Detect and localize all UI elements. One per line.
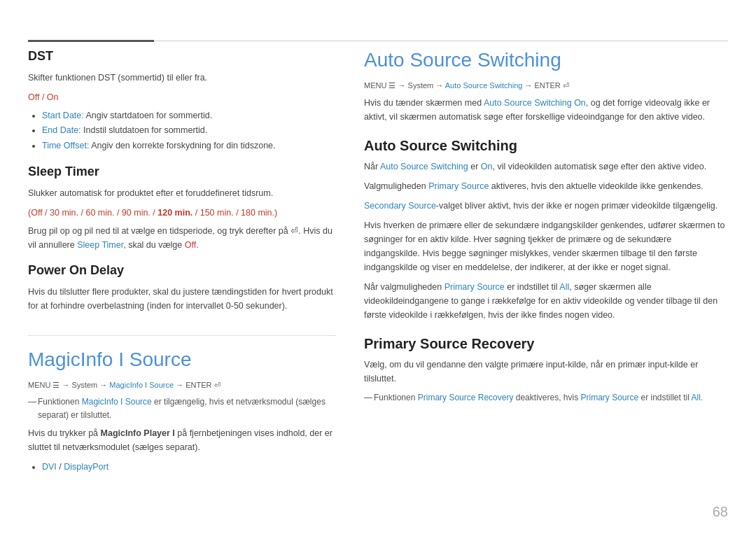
primary-source-link-2: Primary Source — [444, 282, 505, 292]
dst-end-date-text: Indstil slutdatoen for sommertid. — [81, 125, 208, 135]
left-column: DST Skifter funktionen DST (sommertid) t… — [28, 49, 336, 520]
right-menu-prefix: MENU ☰ → System → — [364, 81, 445, 90]
right-column: Auto Source Switching MENU ☰ → System → … — [364, 49, 728, 520]
primary-source-recovery-dash: Funktionen Primary Source Recovery deakt… — [364, 391, 728, 405]
dst-bullet-1: Start Date: Angiv startdatoen for sommer… — [42, 108, 336, 123]
top-bar-accent-line — [28, 40, 154, 42]
secondary-source-link: Secondary Source — [364, 201, 436, 211]
top-bar-divider-line — [154, 41, 728, 41]
magicinfo-big-title: MagicInfo I Source — [28, 349, 336, 371]
auto-source-p1: Når Auto Source Switching er On, vil vid… — [364, 160, 728, 174]
auto-source-p4: Hvis hverken de primære eller de sekundæ… — [364, 218, 728, 274]
auto-source-p3: Secondary Source-valget bliver aktivt, h… — [364, 199, 728, 213]
magicinfo-bullet-1: DVI / DisplayPort — [42, 460, 336, 475]
sleep-timer-section: Sleep Timer Slukker automatisk for produ… — [28, 164, 336, 252]
auto-source-p2: Valgmuligheden Primary Source aktiveres,… — [364, 179, 728, 193]
magicinfo-menu-path: MENU ☰ → System → MagicInfo I Source → E… — [28, 381, 336, 390]
dst-section: DST Skifter funktionen DST (sommertid) t… — [28, 49, 336, 153]
menu-path-prefix: MENU ☰ → System → — [28, 381, 109, 389]
magicinfo-section: MagicInfo I Source MENU ☰ → System → Mag… — [28, 335, 336, 475]
auto-source-menu-path: MENU ☰ → System → Auto Source Switching … — [364, 81, 728, 90]
auto-source-link-1: Auto Source Switching — [380, 162, 468, 171]
sleep-timer-body: Slukker automatisk for produktet efter e… — [28, 186, 336, 200]
dst-bullet-3: Time Offset: Angiv den korrekte forskydn… — [42, 139, 336, 153]
dst-body: Skifter funktionen DST (sommertid) til e… — [28, 71, 336, 85]
sleep-timer-title: Sleep Timer — [28, 164, 336, 179]
dvi-link: DVI — [42, 462, 57, 472]
top-bar — [0, 0, 756, 42]
primary-source-recovery-title: Primary Source Recovery — [364, 336, 728, 352]
dst-options: Off / On — [28, 92, 59, 102]
menu-path-suffix: → ENTER ⏎ — [174, 381, 220, 389]
primary-source-recovery-link: Primary Source Recovery — [418, 393, 514, 402]
power-on-delay-body: Hvis du tilslutter flere produkter, skal… — [28, 285, 336, 313]
all-link-2: All — [692, 393, 701, 402]
sleep-timer-off: Off — [185, 240, 196, 250]
primary-source-link-3: Primary Source — [580, 393, 638, 402]
dst-time-offset-text: Angiv den korrekte forskydning for din t… — [89, 141, 275, 150]
magicinfo-player-bold: MagicInfo Player I — [101, 428, 175, 438]
dst-time-offset-label: Time Offset: — [42, 141, 89, 150]
auto-source-switching-subsection: Auto Source Switching Når Auto Source Sw… — [364, 138, 728, 322]
power-on-delay-title: Power On Delay — [28, 263, 336, 278]
sleep-timer-link: Sleep Timer — [77, 240, 123, 250]
dst-start-date-label: Start Date: — [42, 111, 84, 120]
dst-bullet-2: End Date: Indstil slutdatoen for sommert… — [42, 123, 336, 138]
page-number: 68 — [713, 504, 728, 520]
magicinfo-body: Hvis du trykker på MagicInfo Player I på… — [28, 426, 336, 454]
on-link-1: On — [481, 162, 493, 171]
content-wrapper: DST Skifter funktionen DST (sommertid) t… — [0, 42, 756, 534]
dst-title: DST — [28, 49, 336, 64]
primary-source-recovery-section: Primary Source Recovery Vælg, om du vil … — [364, 336, 728, 405]
primary-source-link-1: Primary Source — [428, 181, 489, 191]
auto-source-p5: Når valgmuligheden Primary Source er ind… — [364, 280, 728, 322]
auto-source-switching-subtitle: Auto Source Switching — [364, 138, 728, 154]
all-link-1: All — [559, 282, 569, 292]
sleep-timer-note: Brug pil op og pil ned til at vælge en t… — [28, 224, 336, 252]
auto-source-big-title: Auto Source Switching — [364, 49, 728, 71]
dst-start-date-text: Angiv startdatoen for sommertid. — [84, 111, 212, 120]
power-on-delay-section: Power On Delay Hvis du tilslutter flere … — [28, 263, 336, 313]
primary-source-recovery-body: Vælg, om du vil gendanne den valgte prim… — [364, 358, 728, 386]
auto-source-intro: Hvis du tænder skærmen med Auto Source S… — [364, 96, 728, 124]
magicinfo-dash-note: Funktionen MagicInfo I Source er tilgæng… — [28, 395, 336, 422]
auto-source-menu-link: Auto Source Switching — [445, 81, 523, 90]
dst-bullet-list: Start Date: Angiv startdatoen for sommer… — [42, 108, 336, 153]
displayport-link: DisplayPort — [64, 462, 108, 472]
sleep-timer-options: (Off / 30 min. / 60 min. / 90 min. / 120… — [28, 208, 277, 218]
dst-end-date-label: End Date: — [42, 125, 81, 135]
magicinfo-link: MagicInfo I Source — [82, 397, 152, 407]
right-menu-suffix: → ENTER ⏎ — [522, 81, 568, 90]
auto-source-switching-on-link: Auto Source Switching On — [484, 98, 586, 108]
magicinfo-menu-link: MagicInfo I Source — [109, 381, 174, 389]
magicinfo-bullet-list: DVI / DisplayPort — [42, 460, 336, 475]
